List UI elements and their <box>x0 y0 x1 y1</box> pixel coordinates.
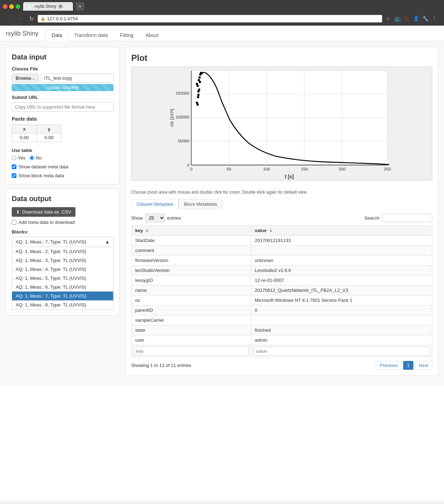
blocks-dropdown: AQ: 1, Meas.: 2, Type: TL (UVVIS) AQ: 1,… <box>12 247 113 310</box>
download-csv-button[interactable]: ⬇ Download data as .CSV <box>12 207 75 217</box>
bookmark-button[interactable]: ☆ <box>384 15 392 22</box>
radio-no-label[interactable]: No <box>30 155 42 161</box>
blocks-selected-value: AQ: 1, Meas.: 7, Type: TL (UVVIS) <box>16 239 86 245</box>
reload-button[interactable]: ↻ <box>27 14 36 23</box>
paste-table-x-value[interactable]: 0.00 <box>12 133 37 142</box>
svg-point-26 <box>197 96 199 98</box>
table-value-input[interactable] <box>253 347 430 356</box>
paste-table-y-value[interactable]: 0.00 <box>37 133 62 142</box>
add-meta-checkbox[interactable] <box>12 220 16 225</box>
address-bar-row: ‹ › ↻ 🔒 127.0.0.1:4754 ☆ 📺 O 👤 🔧 ⋮ <box>3 13 441 26</box>
blocks-option-6[interactable]: AQ: 1, Meas.: 7, Type: TL (UVVIS) <box>12 292 113 300</box>
page-1-button[interactable]: 1 <box>403 361 413 370</box>
table-key-input[interactable] <box>134 347 249 356</box>
blocks-option-3[interactable]: AQ: 1, Meas.: 4, Type: TL (UVVIS) <box>12 265 113 274</box>
forward-button[interactable]: › <box>16 14 25 23</box>
app-container: rxylib Shiny Data Transform data Fitting… <box>0 26 444 501</box>
app-brand: rxylib Shiny <box>6 30 46 41</box>
show-block-meta-label[interactable]: Show block meta data <box>12 173 113 178</box>
paste-table-row: 0.00 0.00 <box>12 133 62 142</box>
new-tab-button[interactable]: + <box>76 2 84 11</box>
plot-title: Plot <box>131 53 432 63</box>
paste-data-table: x y 0.00 0.00 <box>12 125 62 142</box>
browser-actions: ☆ 📺 O 👤 🔧 ⋮ <box>384 15 438 22</box>
address-text: 127.0.0.1:4754 <box>47 16 78 21</box>
svg-point-31 <box>198 79 200 81</box>
entries-select[interactable]: 25 10 50 100 <box>145 214 165 222</box>
chart-container[interactable]: 0 50000 100000 150000 0 50 100 150 200 2… <box>131 67 432 188</box>
table-cell-value: 20170612_QuartzNetwork_ITL_FB2A_L2_V3 <box>251 285 432 295</box>
table-cell-value: unknown <box>251 256 432 266</box>
blocks-option-7[interactable]: AQ: 1, Meas.: 8, Type: TL (UVVIS) <box>12 300 113 309</box>
tab-close-button[interactable]: ✕ <box>58 4 63 9</box>
address-bar[interactable]: 🔒 127.0.0.1:4754 <box>38 15 382 22</box>
browser-tab[interactable]: 📄 rxylib Shiny ✕ <box>23 2 73 11</box>
chevron-up-icon: ▲ <box>105 239 110 245</box>
show-dataset-meta-label[interactable]: Show dataset meta data <box>12 164 113 169</box>
browse-button[interactable]: Browse... <box>12 74 39 83</box>
radio-yes-label[interactable]: Yes <box>12 155 25 161</box>
nav-tabs: Data Transform data Fitting About <box>46 29 165 41</box>
next-button[interactable]: Next <box>415 361 432 370</box>
tab-transform[interactable]: Transform data <box>68 29 114 41</box>
paste-data-label: Paste data <box>12 116 113 122</box>
menu-button[interactable]: ⋮ <box>430 15 438 22</box>
table-cell-value: finished <box>251 325 432 335</box>
blocks-option-5[interactable]: AQ: 1, Meas.: 6, Type: TL (UVVIS) <box>12 283 113 292</box>
show-block-meta-checkbox[interactable] <box>12 173 16 178</box>
radio-no-input[interactable] <box>30 156 34 160</box>
table-header-key[interactable]: key ⇅ <box>132 226 251 236</box>
tab-fitting[interactable]: Fitting <box>114 29 139 41</box>
table-row: comment <box>132 246 432 256</box>
cast-button[interactable]: 📺 <box>393 15 401 22</box>
previous-button[interactable]: Previous <box>376 361 402 370</box>
tab-about[interactable]: About <box>139 29 165 41</box>
submit-url-label: Submit URL <box>12 95 113 100</box>
table-cell-key: comment <box>132 246 251 256</box>
search-input[interactable] <box>382 214 432 222</box>
tab-dataset-metadata[interactable]: Dataset Metadata <box>131 199 179 209</box>
add-meta-label[interactable]: Add meta data to download <box>12 220 113 225</box>
minimize-window-button[interactable] <box>9 4 14 9</box>
table-header-value[interactable]: value ⇅ <box>251 226 432 236</box>
table-row: StartDate20170612191133 <box>132 236 432 246</box>
table-controls: Show 25 10 50 100 entries Search: <box>131 214 432 222</box>
svg-point-33 <box>196 83 198 85</box>
table-cell-value <box>251 315 432 325</box>
url-input[interactable] <box>12 102 113 112</box>
table-row: firmwareVersionunknown <box>132 256 432 266</box>
blocks-option-1[interactable]: AQ: 1, Meas.: 2, Type: TL (UVVIS) <box>12 247 113 256</box>
add-meta-text: Add meta data to download <box>18 220 75 225</box>
table-row: name20170612_QuartzNetwork_ITL_FB2A_L2_V… <box>132 285 432 295</box>
table-cell-key: state <box>132 325 251 335</box>
table-cell-key: lexStudioVersion <box>132 266 251 275</box>
table-cell-value <box>251 246 432 256</box>
table-cell-value: 12-re-01-0007 <box>251 275 432 285</box>
blocks-option-2[interactable]: AQ: 1, Meas.: 3, Type: TL (UVVIS) <box>12 256 113 265</box>
radio-yes-input[interactable] <box>12 156 16 160</box>
right-panel: Plot <box>125 47 438 380</box>
close-window-button[interactable] <box>3 4 7 9</box>
svg-point-29 <box>199 81 201 83</box>
blocks-option-4[interactable]: AQ: 1, Meas.: 5, Type: TL (UVVIS) <box>12 274 113 283</box>
sort-icon-key: ⇅ <box>146 229 148 233</box>
back-button[interactable]: ‹ <box>6 14 14 23</box>
table-cell-value: 0 <box>251 305 432 315</box>
table-cell-value: Microsoft Windows NT 6.1.7601 Service Pa… <box>251 295 432 305</box>
traffic-lights <box>3 4 20 9</box>
tab-block-metadata[interactable]: Block Metatdata <box>179 199 222 209</box>
radio-group: Yes No <box>12 155 113 161</box>
sort-icon-value: ⇅ <box>269 229 272 233</box>
blocks-select-header[interactable]: AQ: 1, Meas.: 7, Type: TL (UVVIS) ▲ <box>12 237 113 247</box>
profile-button[interactable]: 👤 <box>412 15 420 22</box>
opera-button[interactable]: O <box>403 15 411 22</box>
show-dataset-meta-checkbox[interactable] <box>12 164 16 169</box>
tab-data[interactable]: Data <box>46 29 68 41</box>
maximize-window-button[interactable] <box>16 4 20 9</box>
table-row: lexStudioVersionLexstudio2 v1.6.6 <box>132 266 432 275</box>
security-icon: 🔒 <box>41 16 46 21</box>
table-cell-key: user <box>132 335 251 345</box>
extensions-button[interactable]: 🔧 <box>421 15 429 22</box>
table-cell-value: 20170612191133 <box>251 236 432 246</box>
table-row: sampleCarrier <box>132 315 432 325</box>
